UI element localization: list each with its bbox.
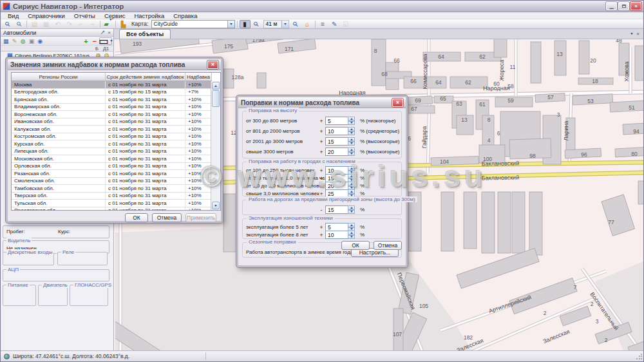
table-cell: Тульская обл. xyxy=(12,200,106,207)
zoom-select-icon[interactable]: ⚲ xyxy=(14,20,24,28)
track-pin-icon[interactable]: ▮ xyxy=(240,20,251,28)
table-row[interactable]: Тверская обл.с 01 ноября по 31 марта+10% xyxy=(12,193,220,200)
column-header[interactable]: Срок действия зимних надбавок xyxy=(106,73,185,81)
edit-icon[interactable]: ✎ xyxy=(10,37,18,45)
table-row[interactable]: Калужская обл.с 01 ноября по 31 марта+10… xyxy=(12,126,220,133)
zoom-window-icon[interactable]: ⚲ xyxy=(2,20,13,28)
map-building-number: 2 xyxy=(544,310,547,316)
table-row[interactable]: Воронежская обл.с 01 ноября по 31 марта+… xyxy=(12,111,220,119)
spin-down-button[interactable] xyxy=(348,210,355,214)
ok-button[interactable]: ОК xyxy=(125,213,148,222)
apply-button: Применить xyxy=(185,213,216,222)
chevron-down-icon[interactable] xyxy=(281,21,289,28)
chart-icon[interactable]: ▙ xyxy=(118,20,129,28)
row-label: от 100 до 250 тысяч человек xyxy=(246,167,314,173)
close-button[interactable]: × xyxy=(630,2,641,10)
table-cell: с 01 ноября по 31 марта xyxy=(106,133,185,141)
scroll-down-button[interactable] xyxy=(212,202,220,209)
vehicle-filter-icon[interactable]: ▰ xyxy=(102,20,113,28)
view-split-button[interactable]: ▭ xyxy=(99,37,112,45)
camera-icon[interactable]: ▣ xyxy=(28,37,35,45)
table-row[interactable]: Курская обл.с 01 ноября по 31 марта+10% xyxy=(12,140,220,148)
value-spinner[interactable]: 10 xyxy=(325,127,355,135)
value-spinner[interactable]: 10 xyxy=(325,231,355,239)
menu-item[interactable]: Справочники xyxy=(23,12,70,19)
spin-down-button[interactable] xyxy=(348,121,355,126)
ok-button[interactable]: ОК xyxy=(341,241,370,250)
title-bar[interactable]: Сириус Навигатор - Интегратор ▁ × xyxy=(1,1,643,12)
cancel-button[interactable]: Отмена xyxy=(152,213,182,222)
tab-all-objects[interactable]: Все объекты xyxy=(119,29,171,39)
menu-item[interactable]: Справка xyxy=(169,12,202,19)
zoom-out-icon[interactable]: ⚲ xyxy=(290,20,301,28)
table-row[interactable]: Тульская обл.с 01 ноября по 31 марта+10% xyxy=(12,200,220,207)
value-spinner[interactable]: 5 xyxy=(325,117,355,125)
globe-green-icon[interactable]: ◍ xyxy=(19,37,27,45)
chevron-down-icon[interactable] xyxy=(227,21,234,28)
winter-surcharges-dialog-title[interactable]: Значения зимних надбавок к нормам расход… xyxy=(8,59,221,70)
scroll-up-button[interactable] xyxy=(212,82,220,90)
spin-down-button[interactable] xyxy=(348,235,355,240)
table-row[interactable]: Белгородская обл.с 15 ноября по 15 марта… xyxy=(12,89,220,97)
edit-notes-icon[interactable]: ✎ xyxy=(329,20,340,28)
gps-label: ГЛОНАСС/GPS xyxy=(73,282,113,288)
add-vehicle-button[interactable]: + xyxy=(82,37,90,45)
menu-item[interactable]: Сервис xyxy=(100,12,130,19)
map-building xyxy=(431,156,478,166)
map-building-number: 100 xyxy=(483,156,492,162)
cancel-button[interactable]: Отмена xyxy=(374,241,402,250)
zoom-level[interactable]: 41 м xyxy=(263,20,289,28)
table-row[interactable]: Рязанская обл.с 01 ноября по 31 марта+10… xyxy=(12,170,220,178)
table-cell: с 01 ноября по 31 марта xyxy=(106,96,185,104)
table-cell: с 01 ноября по 31 марта xyxy=(106,193,185,200)
table-row[interactable]: Ярославская обл.с 01 ноября по 31 марта+… xyxy=(12,207,220,211)
map-building-number: 65 xyxy=(440,95,446,102)
table-cell: с 01 ноября по 31 марта xyxy=(106,170,185,178)
spin-down-button[interactable] xyxy=(348,152,355,157)
home-icon[interactable]: ⌂ xyxy=(302,20,313,28)
table-row[interactable]: Владимирская обл.с 01 ноября по 31 марта… xyxy=(12,104,220,111)
legend-icon[interactable]: ≡ xyxy=(317,20,328,28)
tab-close-icon[interactable]: × xyxy=(636,31,639,37)
spin-down-button[interactable] xyxy=(348,131,355,136)
row-label: от 801 до 2000 метров xyxy=(246,128,300,134)
value-spinner[interactable]: 15 xyxy=(325,205,355,214)
menu-item[interactable]: Вид xyxy=(3,12,23,19)
scroll-thumb[interactable] xyxy=(212,90,220,107)
table-row[interactable]: Орловская обл.с 01 ноября по 31 марта+10… xyxy=(12,163,220,171)
maximize-button[interactable] xyxy=(618,2,629,10)
map-street-label: Хожова xyxy=(623,61,630,82)
dialog-close-button[interactable]: × xyxy=(392,99,403,107)
map-select[interactable]: CityGuide xyxy=(151,20,235,28)
vehicles-panel-title: Автомобили xyxy=(3,30,36,36)
table-row[interactable]: Ивановская обл.с 01 ноября по 31 марта+1… xyxy=(12,119,220,126)
value-spinner[interactable]: 15 xyxy=(325,137,355,146)
dialog-buttons: ОКОтменаПрименить xyxy=(11,213,218,222)
spin-down-button[interactable] xyxy=(348,142,355,146)
map-label: Карта: xyxy=(129,21,151,27)
minimize-button[interactable]: ▁ xyxy=(606,2,617,10)
value-spinner[interactable]: 20 xyxy=(325,148,355,156)
remove-vehicle-button[interactable]: − xyxy=(91,37,99,45)
column-header[interactable]: Надбавка xyxy=(185,73,212,81)
table-row[interactable]: Москвас 01 ноября по 31 марта+10% xyxy=(12,81,220,89)
column-header[interactable]: Регионы России xyxy=(12,73,106,81)
fuel-corrections-dialog-title[interactable]: Поправки к нормам расхода топлива × xyxy=(238,97,406,108)
vehicles-panel-header[interactable]: Автомобили ⊸ × xyxy=(1,29,113,37)
menu-item[interactable]: Настройка xyxy=(129,12,169,19)
table-row[interactable]: Тамбовская обл.с 01 ноября по 31 марта+1… xyxy=(12,185,220,193)
zoom-in-icon[interactable]: ⚲ xyxy=(251,20,262,28)
table-row[interactable]: Московская обл.с 01 ноября по 31 марта+1… xyxy=(12,155,220,163)
pc-icon[interactable]: ▦ xyxy=(2,37,10,45)
table-scrollbar[interactable] xyxy=(211,81,220,210)
table-row[interactable]: Липецкая обл.с 01 ноября по 31 марта+10% xyxy=(12,148,220,156)
menu-item[interactable]: Отчёты xyxy=(70,12,100,19)
dialog-close-button[interactable]: × xyxy=(207,61,218,69)
table-row[interactable]: Смоленская обл.с 01 ноября по 31 марта+1… xyxy=(12,178,220,186)
map-building-number: 68 xyxy=(381,71,388,77)
globe-blue-icon[interactable]: ◉ xyxy=(36,37,44,45)
table-row[interactable]: Брянская обл.с 01 ноября по 31 марта+10% xyxy=(12,96,220,104)
table-row[interactable]: Костромская обл.с 01 ноября по 31 марта+… xyxy=(12,133,220,141)
resize-grip[interactable] xyxy=(636,354,642,360)
tab-scroll-icon[interactable] xyxy=(630,33,633,35)
